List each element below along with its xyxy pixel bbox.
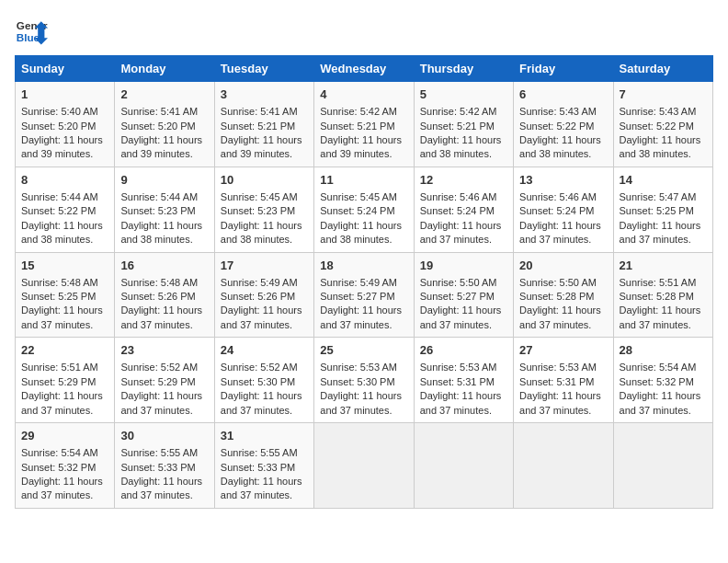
day-number: 20 [519, 258, 607, 274]
calendar-cell [514, 423, 613, 509]
day-info: Sunrise: 5:48 AMSunset: 5:25 PMDaylight:… [21, 277, 103, 330]
calendar-cell: 16Sunrise: 5:48 AMSunset: 5:26 PMDayligh… [115, 252, 214, 338]
calendar-cell: 10Sunrise: 5:45 AMSunset: 5:23 PMDayligh… [214, 167, 313, 252]
day-info: Sunrise: 5:49 AMSunset: 5:27 PMDaylight:… [320, 277, 402, 330]
calendar-week-4: 22Sunrise: 5:51 AMSunset: 5:29 PMDayligh… [16, 338, 713, 423]
calendar-cell: 18Sunrise: 5:49 AMSunset: 5:27 PMDayligh… [314, 252, 414, 338]
day-info: Sunrise: 5:52 AMSunset: 5:30 PMDaylight:… [221, 362, 302, 415]
calendar-cell: 21Sunrise: 5:51 AMSunset: 5:28 PMDayligh… [613, 252, 712, 338]
day-info: Sunrise: 5:43 AMSunset: 5:22 PMDaylight:… [519, 106, 601, 159]
day-number: 8 [21, 172, 108, 189]
calendar-cell: 19Sunrise: 5:50 AMSunset: 5:27 PMDayligh… [414, 252, 513, 338]
day-number: 17 [221, 258, 308, 274]
day-number: 9 [120, 172, 208, 189]
day-number: 31 [221, 428, 308, 444]
day-number: 16 [120, 258, 208, 274]
day-number: 28 [620, 342, 707, 359]
calendar-cell: 6Sunrise: 5:43 AMSunset: 5:22 PMDaylight… [514, 82, 613, 167]
calendar-cell: 1Sunrise: 5:40 AMSunset: 5:20 PMDaylight… [16, 82, 115, 167]
day-info: Sunrise: 5:47 AMSunset: 5:25 PMDaylight:… [620, 191, 701, 245]
calendar-cell: 7Sunrise: 5:43 AMSunset: 5:22 PMDaylight… [613, 82, 712, 167]
calendar-cell: 12Sunrise: 5:46 AMSunset: 5:24 PMDayligh… [414, 167, 513, 252]
day-info: Sunrise: 5:41 AMSunset: 5:20 PMDaylight:… [120, 106, 202, 159]
day-info: Sunrise: 5:54 AMSunset: 5:32 PMDaylight:… [620, 362, 701, 415]
day-number: 3 [221, 86, 308, 103]
calendar-cell [314, 423, 414, 509]
day-number: 24 [221, 342, 308, 359]
header-sunday: Sunday [16, 56, 115, 82]
day-info: Sunrise: 5:41 AMSunset: 5:21 PMDaylight:… [221, 106, 302, 159]
day-info: Sunrise: 5:42 AMSunset: 5:21 PMDaylight:… [420, 106, 502, 159]
day-number: 22 [21, 342, 108, 359]
calendar-cell: 4Sunrise: 5:42 AMSunset: 5:21 PMDaylight… [314, 82, 414, 167]
day-number: 2 [120, 86, 208, 103]
day-info: Sunrise: 5:53 AMSunset: 5:30 PMDaylight:… [320, 362, 402, 415]
calendar-cell: 5Sunrise: 5:42 AMSunset: 5:21 PMDaylight… [414, 82, 513, 167]
calendar-week-3: 15Sunrise: 5:48 AMSunset: 5:25 PMDayligh… [16, 252, 713, 338]
header-saturday: Saturday [613, 56, 712, 82]
page-header: General Blue [15, 15, 713, 48]
day-number: 12 [420, 172, 507, 189]
day-number: 14 [620, 172, 707, 189]
day-number: 7 [620, 86, 707, 103]
calendar-cell: 24Sunrise: 5:52 AMSunset: 5:30 PMDayligh… [214, 338, 313, 423]
day-info: Sunrise: 5:50 AMSunset: 5:27 PMDaylight:… [420, 277, 502, 330]
day-info: Sunrise: 5:44 AMSunset: 5:22 PMDaylight:… [21, 191, 103, 245]
header-tuesday: Tuesday [214, 56, 313, 82]
logo-icon: General Blue [15, 15, 48, 48]
calendar-cell: 30Sunrise: 5:55 AMSunset: 5:33 PMDayligh… [115, 423, 214, 509]
day-info: Sunrise: 5:42 AMSunset: 5:21 PMDaylight:… [320, 106, 402, 159]
calendar-week-2: 8Sunrise: 5:44 AMSunset: 5:22 PMDaylight… [16, 167, 713, 252]
day-info: Sunrise: 5:50 AMSunset: 5:28 PMDaylight:… [519, 277, 601, 330]
calendar-cell [414, 423, 513, 509]
day-number: 10 [221, 172, 308, 189]
calendar-cell: 31Sunrise: 5:55 AMSunset: 5:33 PMDayligh… [214, 423, 313, 509]
day-number: 25 [320, 342, 407, 359]
day-number: 13 [519, 172, 607, 189]
day-number: 15 [21, 258, 108, 274]
day-info: Sunrise: 5:55 AMSunset: 5:33 PMDaylight:… [120, 447, 202, 500]
calendar-cell: 28Sunrise: 5:54 AMSunset: 5:32 PMDayligh… [613, 338, 712, 423]
day-number: 5 [420, 86, 507, 103]
calendar-cell: 20Sunrise: 5:50 AMSunset: 5:28 PMDayligh… [514, 252, 613, 338]
logo: General Blue [15, 15, 48, 48]
day-number: 26 [420, 342, 507, 359]
header-friday: Friday [514, 56, 613, 82]
day-info: Sunrise: 5:48 AMSunset: 5:26 PMDaylight:… [120, 277, 202, 330]
day-info: Sunrise: 5:55 AMSunset: 5:33 PMDaylight:… [221, 447, 302, 500]
calendar-week-5: 29Sunrise: 5:54 AMSunset: 5:32 PMDayligh… [16, 423, 713, 509]
day-number: 23 [120, 342, 208, 359]
day-info: Sunrise: 5:40 AMSunset: 5:20 PMDaylight:… [21, 106, 103, 159]
day-info: Sunrise: 5:51 AMSunset: 5:29 PMDaylight:… [21, 362, 103, 415]
calendar-cell: 17Sunrise: 5:49 AMSunset: 5:26 PMDayligh… [214, 252, 313, 338]
calendar-header-row: SundayMondayTuesdayWednesdayThursdayFrid… [16, 56, 713, 82]
calendar-cell: 23Sunrise: 5:52 AMSunset: 5:29 PMDayligh… [115, 338, 214, 423]
day-number: 19 [420, 258, 507, 274]
calendar-cell: 27Sunrise: 5:53 AMSunset: 5:31 PMDayligh… [514, 338, 613, 423]
day-number: 30 [120, 428, 208, 444]
day-number: 29 [21, 428, 108, 444]
day-info: Sunrise: 5:43 AMSunset: 5:22 PMDaylight:… [620, 106, 701, 159]
day-info: Sunrise: 5:52 AMSunset: 5:29 PMDaylight:… [120, 362, 202, 415]
day-info: Sunrise: 5:46 AMSunset: 5:24 PMDaylight:… [420, 191, 502, 245]
calendar-week-1: 1Sunrise: 5:40 AMSunset: 5:20 PMDaylight… [16, 82, 713, 167]
calendar-cell: 13Sunrise: 5:46 AMSunset: 5:24 PMDayligh… [514, 167, 613, 252]
day-info: Sunrise: 5:45 AMSunset: 5:24 PMDaylight:… [320, 191, 402, 245]
calendar-cell: 26Sunrise: 5:53 AMSunset: 5:31 PMDayligh… [414, 338, 513, 423]
calendar-cell: 29Sunrise: 5:54 AMSunset: 5:32 PMDayligh… [16, 423, 115, 509]
calendar-cell: 14Sunrise: 5:47 AMSunset: 5:25 PMDayligh… [613, 167, 712, 252]
day-number: 18 [320, 258, 407, 274]
day-number: 27 [519, 342, 607, 359]
day-number: 11 [320, 172, 407, 189]
calendar-cell: 3Sunrise: 5:41 AMSunset: 5:21 PMDaylight… [214, 82, 313, 167]
calendar-cell: 8Sunrise: 5:44 AMSunset: 5:22 PMDaylight… [16, 167, 115, 252]
day-info: Sunrise: 5:53 AMSunset: 5:31 PMDaylight:… [519, 362, 601, 415]
svg-text:Blue: Blue [17, 31, 40, 43]
day-number: 1 [21, 86, 108, 103]
day-info: Sunrise: 5:54 AMSunset: 5:32 PMDaylight:… [21, 447, 103, 500]
day-info: Sunrise: 5:46 AMSunset: 5:24 PMDaylight:… [519, 191, 601, 245]
calendar-cell: 15Sunrise: 5:48 AMSunset: 5:25 PMDayligh… [16, 252, 115, 338]
calendar-table: SundayMondayTuesdayWednesdayThursdayFrid… [15, 55, 713, 509]
day-info: Sunrise: 5:44 AMSunset: 5:23 PMDaylight:… [120, 191, 202, 245]
day-info: Sunrise: 5:45 AMSunset: 5:23 PMDaylight:… [221, 191, 302, 245]
